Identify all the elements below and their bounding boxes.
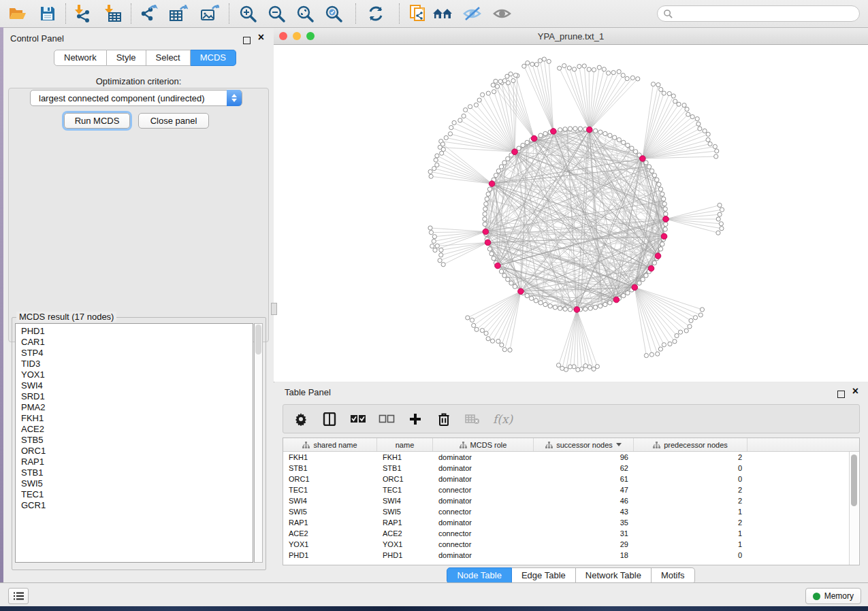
column-header-predecessor-nodes[interactable]: predecessor nodes	[634, 438, 748, 451]
table-cell: RAP1	[283, 517, 377, 528]
tab-style[interactable]: Style	[107, 50, 146, 66]
column-header-successor-nodes[interactable]: successor nodes	[534, 438, 634, 451]
table-cell: 1	[634, 539, 748, 550]
close-panel-button[interactable]: Close panel	[138, 113, 209, 129]
delete-column-icon[interactable]	[436, 411, 452, 427]
export-image-icon[interactable]	[197, 3, 222, 24]
sort-chevron-icon[interactable]	[616, 443, 622, 446]
toolbar-separator	[131, 3, 131, 24]
export-table-icon[interactable]	[166, 3, 191, 24]
mcds-result-item[interactable]: ACE2	[21, 424, 253, 435]
mcds-result-item[interactable]: CAR1	[21, 337, 253, 348]
deselect-all-icon[interactable]	[379, 411, 395, 427]
table-scrollbar[interactable]	[849, 452, 858, 565]
column-header-shared-name[interactable]: shared name	[283, 438, 377, 451]
table-cell: 1	[634, 506, 748, 517]
mcds-result-item[interactable]: TEC1	[21, 489, 253, 500]
table-cell: SWI4	[283, 495, 377, 506]
table-tab-motifs[interactable]: Motifs	[652, 567, 695, 584]
zoom-fit-icon[interactable]	[293, 3, 317, 24]
mcds-result-item[interactable]: FKH1	[21, 413, 253, 424]
duplicate-network-icon[interactable]	[406, 3, 430, 24]
import-table-icon[interactable]	[101, 3, 125, 24]
table-options-icon[interactable]	[293, 411, 309, 427]
mcds-list-scrollbar[interactable]	[254, 323, 263, 563]
table-cell: 0	[634, 550, 748, 561]
network-canvas[interactable]	[274, 45, 868, 382]
show-all-icon[interactable]	[490, 3, 515, 24]
table-tab-edge-table[interactable]: Edge Table	[512, 567, 576, 584]
search-field[interactable]	[673, 8, 859, 19]
mcds-result-item[interactable]: TID3	[21, 359, 253, 369]
column-view-icon[interactable]	[321, 411, 338, 427]
mcds-result-item[interactable]: SWI5	[21, 478, 253, 489]
table-cell: SWI4	[377, 495, 433, 506]
save-session-icon[interactable]	[35, 3, 60, 24]
table-row[interactable]: FKH1FKH1dominator962	[283, 452, 859, 463]
mcds-result-item[interactable]: YOX1	[21, 369, 253, 380]
search-input[interactable]	[657, 5, 860, 22]
close-table-panel-icon[interactable]: ×	[852, 388, 858, 395]
mcds-result-item[interactable]: SWI4	[21, 380, 253, 391]
memory-button[interactable]: Memory	[805, 588, 861, 604]
table-row[interactable]: ORC1ORC1dominator610	[283, 474, 859, 484]
network-view-window: YPA_prune.txt_1	[274, 28, 868, 382]
table-cell: PHD1	[377, 550, 433, 561]
mcds-result-item[interactable]: STP4	[21, 348, 253, 359]
column-type-icon	[302, 442, 310, 448]
column-header-name[interactable]: name	[377, 438, 433, 451]
tab-network[interactable]: Network	[54, 50, 107, 66]
float-table-panel-icon[interactable]	[837, 389, 845, 401]
tab-select[interactable]: Select	[146, 50, 191, 66]
close-panel-icon[interactable]: ×	[258, 34, 264, 41]
table-cell: 31	[534, 528, 634, 539]
zoom-selected-icon[interactable]	[321, 3, 346, 24]
column-label: name	[396, 441, 415, 449]
tab-mcds[interactable]: MCDS	[191, 50, 236, 66]
float-panel-icon[interactable]	[243, 35, 251, 47]
table-tab-node-table[interactable]: Node Table	[447, 567, 512, 584]
mcds-result-item[interactable]: RAP1	[21, 457, 253, 467]
mcds-result-item[interactable]: STB5	[21, 435, 253, 446]
table-row[interactable]: SWI5SWI5connector431	[283, 506, 859, 517]
mcds-result-list[interactable]: PHD1CAR1STP4TID3YOX1SWI4SRD1PMA2FKH1ACE2…	[15, 323, 253, 563]
criterion-dropdown[interactable]: largest connected component (undirected)	[30, 90, 242, 106]
mcds-result-item[interactable]: GCR1	[21, 500, 253, 511]
table-row[interactable]: TEC1TEC1connector472	[283, 484, 859, 495]
hide-selected-icon[interactable]	[460, 3, 485, 24]
table-cell: ACE2	[377, 528, 433, 539]
table-tab-network-table[interactable]: Network Table	[576, 567, 652, 584]
add-column-icon[interactable]	[407, 411, 423, 427]
control-panel-title: Control Panel	[10, 33, 64, 44]
mcds-result-item[interactable]: SRD1	[21, 391, 253, 402]
mcds-result-item[interactable]: PHD1	[21, 326, 253, 337]
network-graph	[274, 45, 868, 382]
zoom-in-icon[interactable]	[236, 3, 260, 24]
node-table[interactable]: shared namenameMCDS rolesuccessor nodesp…	[283, 437, 860, 565]
network-titlebar[interactable]: YPA_prune.txt_1	[274, 28, 868, 45]
open-session-icon[interactable]	[5, 3, 30, 24]
select-all-icon[interactable]	[350, 411, 366, 427]
export-network-icon[interactable]	[136, 3, 161, 24]
mcds-result-item[interactable]: ORC1	[21, 446, 253, 457]
table-row[interactable]: SWI4SWI4dominator462	[283, 495, 859, 506]
zoom-out-icon[interactable]	[264, 3, 289, 24]
table-row[interactable]: YOX1YOX1connector291	[283, 539, 859, 550]
mcds-result-title: MCDS result (17 nodes)	[16, 312, 116, 322]
table-row[interactable]: ACE2ACE2connector311	[283, 528, 859, 539]
mcds-result-item[interactable]: PMA2	[21, 402, 253, 413]
table-panel: Table Panel × f(x) shared namenameMCDS r…	[274, 382, 868, 582]
refresh-icon[interactable]	[364, 3, 388, 24]
table-row[interactable]: RAP1RAP1dominator352	[283, 517, 859, 528]
import-network-icon[interactable]	[71, 3, 95, 24]
column-label: MCDS role	[470, 441, 507, 449]
column-header-MCDS-role[interactable]: MCDS role	[433, 438, 534, 451]
panel-divider-handle[interactable]	[271, 303, 277, 315]
first-neighbors-icon[interactable]	[430, 3, 455, 24]
show-panels-list-button[interactable]	[8, 588, 29, 604]
mcds-result-item[interactable]: STB1	[21, 467, 253, 478]
run-mcds-button[interactable]: Run MCDS	[64, 113, 130, 129]
table-row[interactable]: PHD1PHD1dominator180	[283, 550, 859, 561]
table-cell: 47	[534, 484, 634, 495]
table-row[interactable]: STB1STB1dominator620	[283, 463, 859, 474]
